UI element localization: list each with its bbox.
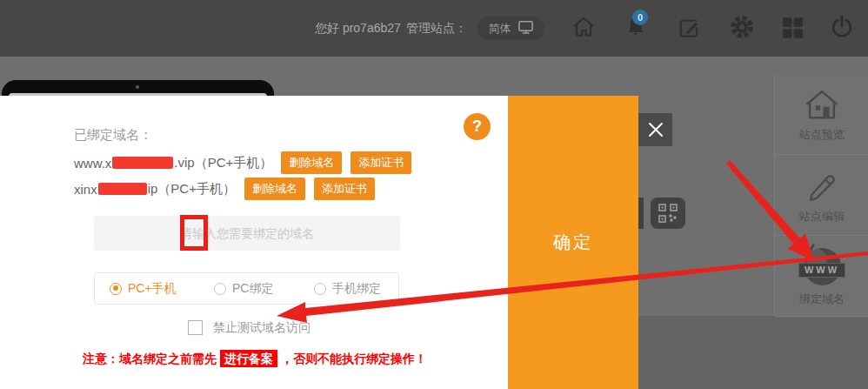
radio-dot — [214, 283, 226, 295]
greeting-text: 您好 pro7a6b27 — [315, 21, 401, 37]
domain-text: www.x — [74, 156, 111, 171]
forbid-test-domain-checkbox[interactable] — [188, 320, 203, 335]
sidebar-item-label: 站点编辑 — [799, 209, 845, 225]
monitor-icon — [517, 19, 534, 37]
domain-text: .vip（PC+手机） — [174, 155, 272, 171]
bound-domains-label: 已绑定域名： — [74, 127, 152, 144]
language-label: 简体 — [489, 21, 511, 37]
add-certificate-button[interactable]: 添加证书 — [314, 178, 375, 200]
domain-text: xinx — [74, 182, 97, 197]
app-root: 您好 pro7a6b27 管理站点： 简体 0 — [0, 0, 868, 389]
sidebar-item-site-preview[interactable]: 站点预览 — [775, 74, 868, 155]
add-certificate-button[interactable]: 添加证书 — [351, 151, 411, 174]
radio-pc-only[interactable]: PC绑定 — [214, 273, 273, 304]
delete-domain-button[interactable]: 删除域名 — [244, 178, 305, 200]
manage-site-label: 管理站点： — [406, 21, 467, 37]
redaction-scribble — [98, 183, 147, 195]
radio-dot — [314, 283, 326, 295]
notification-badge: 0 — [632, 10, 648, 25]
home-preview-icon — [802, 86, 842, 123]
bound-domain-row: xinxip（PC+手机） 删除域名 添加证书 — [74, 178, 375, 200]
bound-domain-row: www.x.vip（PC+手机） 删除域名 添加证书 — [74, 151, 411, 174]
home-icon[interactable] — [571, 14, 597, 40]
power-icon[interactable] — [829, 14, 855, 40]
domain-text: ip（PC+手机） — [148, 181, 236, 198]
apps-grid-icon[interactable] — [779, 14, 805, 40]
close-icon[interactable] — [638, 113, 672, 146]
redaction-scribble — [112, 157, 173, 169]
delete-domain-button[interactable]: 删除域名 — [281, 151, 342, 174]
radio-mobile-only[interactable]: 手机绑定 — [314, 273, 381, 304]
site-tools-sidebar: 站点预览 站点编辑 WWW 绑定域名 — [774, 74, 868, 316]
bind-mode-group: PC+手机 PC绑定 手机绑定 — [94, 272, 399, 305]
bind-domain-dialog: ? 已绑定域名： www.x.vip（PC+手机） 删除域名 添加证书 xinx… — [0, 96, 508, 389]
domain-input[interactable] — [94, 216, 400, 251]
pencil-icon — [803, 166, 841, 205]
www-globe-icon: WWW — [798, 245, 845, 287]
confirm-button[interactable]: 确定 — [508, 96, 638, 389]
radio-pc-and-mobile[interactable]: PC+手机 — [110, 273, 177, 304]
tablet-camera-dot — [136, 85, 139, 89]
radio-label: 手机绑定 — [332, 281, 381, 297]
language-switch-button[interactable]: 简体 — [477, 17, 544, 40]
sidebar-item-label: 绑定域名 — [799, 292, 845, 307]
sidebar-item-bind-domain[interactable]: WWW 绑定域名 — [775, 236, 868, 317]
filing-link[interactable]: 进行备案 — [220, 350, 277, 367]
settings-gear-icon[interactable] — [729, 14, 755, 40]
topbar: 您好 pro7a6b27 管理站点： 简体 0 — [0, 0, 868, 57]
edit-icon[interactable] — [677, 14, 703, 40]
radio-label: PC绑定 — [232, 281, 273, 297]
www-icon-text: WWW — [798, 263, 845, 278]
sidebar-item-site-edit[interactable]: 站点编辑 — [775, 155, 868, 236]
forbid-test-domain-label[interactable]: 禁止测试域名访问 — [213, 320, 310, 336]
qr-code-icon[interactable] — [651, 198, 685, 229]
help-icon[interactable]: ? — [464, 113, 491, 140]
binding-note: 注意：域名绑定之前需先进行备案，否则不能执行绑定操作！ — [83, 352, 427, 367]
note-prefix: 注意：域名绑定之前需先 — [83, 352, 217, 366]
radio-label: PC+手机 — [128, 281, 177, 297]
note-suffix: ，否则不能执行绑定操作！ — [281, 352, 427, 366]
radio-dot — [110, 283, 122, 295]
sidebar-item-label: 站点预览 — [799, 127, 845, 143]
